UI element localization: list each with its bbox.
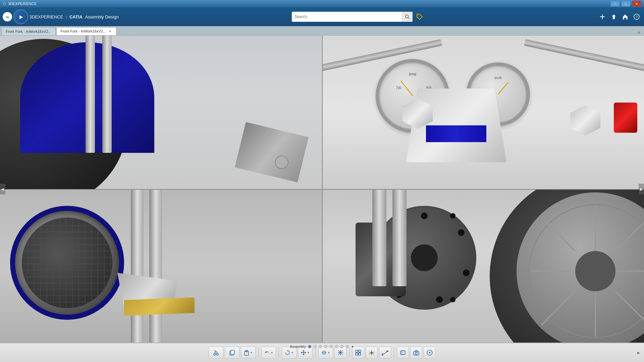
render-button[interactable] [424, 347, 436, 359]
svg-rect-83 [400, 351, 403, 354]
window-controls: ─ □ ✕ [610, 1, 641, 7]
separator-2 [279, 348, 279, 358]
br-fork-tube-1 [372, 189, 386, 286]
search-area [121, 12, 595, 22]
separator-5 [394, 348, 394, 358]
help-button[interactable]: ? [632, 12, 641, 21]
svg-point-56 [323, 352, 325, 353]
svg-marker-54 [305, 352, 306, 354]
camera-button[interactable] [410, 347, 422, 359]
search-button[interactable] [402, 12, 413, 22]
tag-button[interactable] [415, 12, 425, 22]
play-button[interactable] [13, 9, 28, 24]
dot-3[interactable] [319, 345, 322, 348]
undo-icon [264, 350, 270, 356]
axis-icon [368, 349, 375, 356]
tr-handlebar-right [524, 39, 644, 72]
undo-button[interactable]: ▼ [261, 347, 276, 359]
titlebar: ⬡ 3DEXPERIENCE ─ □ ✕ [0, 0, 644, 7]
dot-7[interactable] [340, 345, 343, 348]
tl-compass [275, 156, 288, 169]
search-icon [405, 14, 410, 19]
axis-button[interactable] [366, 347, 378, 359]
cut-button[interactable] [209, 347, 223, 359]
bl-horn [124, 297, 195, 316]
home-button[interactable] [621, 12, 630, 21]
toolbar-nav-right[interactable]: ▶ [636, 347, 641, 358]
search-input[interactable] [292, 14, 402, 19]
svg-point-4 [418, 15, 419, 16]
dots-more-button[interactable]: ▼ [351, 345, 354, 349]
measure-button[interactable] [379, 347, 391, 359]
svg-marker-53 [301, 352, 302, 354]
collapse-right-arrow[interactable]: ▶ [639, 184, 644, 194]
svg-text:?: ? [636, 15, 638, 19]
tab-collapse-button[interactable]: ≡ [635, 30, 643, 35]
viewport-quadrant-bottom-right[interactable] [322, 189, 644, 343]
assembly-text: Assembly [290, 345, 306, 349]
svg-point-79 [382, 354, 383, 355]
svg-point-37 [450, 213, 455, 219]
tab-active-label: Front Fork - InWork16xV2... [61, 29, 106, 33]
svg-text:RPM: RPM [409, 73, 416, 76]
copy-icon [229, 350, 235, 356]
dot-2[interactable] [313, 345, 317, 348]
tab-inactive-label: Front Fork - InWork16xV2... [6, 29, 51, 34]
logo-area: DS 3DEXPERIENCE | CATIA Assembly Design [3, 9, 119, 24]
app-title: 3DEXPERIENCE | CATIA Assembly Design [30, 14, 119, 19]
tab-inactive[interactable]: Front Fork - InWork16xV2... [1, 27, 56, 35]
br-spokes [528, 204, 644, 338]
svg-point-85 [415, 352, 417, 355]
viewport-quadrant-top-right[interactable]: 700 800 RPM km/h [322, 36, 644, 189]
home-icon [622, 13, 629, 20]
brand-label: 3DEXPERIENCE [30, 14, 63, 19]
tab-close-button[interactable]: ✕ [108, 29, 112, 33]
paste-dropdown-arrow: ▼ [250, 351, 253, 354]
dot-1[interactable] [308, 345, 311, 348]
restore-button[interactable]: □ [621, 1, 631, 7]
assembly-label-area: Assembly ▼ [290, 345, 354, 349]
svg-rect-44 [231, 350, 234, 354]
tl-scene [0, 36, 322, 189]
section-button[interactable] [397, 347, 409, 359]
svg-text:km/h: km/h [494, 76, 502, 80]
svg-line-40 [215, 351, 216, 353]
share-icon [610, 13, 617, 20]
svg-point-80 [387, 350, 388, 352]
svg-line-23 [542, 218, 575, 251]
copy-button[interactable] [225, 347, 239, 359]
br-scene [322, 189, 644, 343]
svg-text:DS: DS [6, 16, 9, 18]
svg-rect-70 [356, 353, 358, 355]
collapse-left-arrow[interactable]: ◀ [0, 184, 5, 194]
paste-button[interactable]: ▼ [241, 347, 256, 359]
viewport-quadrant-top-left[interactable] [0, 36, 322, 189]
svg-point-87 [429, 352, 430, 353]
measure-icon [382, 349, 388, 356]
tl-bracket [235, 122, 309, 182]
camera-icon [413, 349, 420, 356]
main-toolbar: DS 3DEXPERIENCE | CATIA Assembly Design [0, 7, 644, 26]
close-button[interactable]: ✕ [632, 1, 641, 7]
dot-6[interactable] [335, 345, 338, 348]
dot-8[interactable] [345, 345, 349, 348]
tag-icon [416, 13, 423, 20]
dot-5[interactable] [329, 345, 333, 348]
paste-icon [244, 350, 250, 356]
svg-line-66 [338, 353, 339, 355]
share-button[interactable] [609, 12, 619, 21]
svg-point-36 [450, 297, 455, 302]
svg-marker-48 [287, 350, 289, 352]
minimize-button[interactable]: ─ [610, 1, 620, 7]
tr-hex-bolt-right [570, 105, 600, 135]
dot-4[interactable] [324, 345, 327, 348]
help-icon: ? [633, 13, 640, 20]
svg-point-38 [214, 353, 216, 355]
tab-active[interactable]: Front Fork - InWork16xV2... ✕ [56, 27, 117, 35]
svg-line-13 [401, 81, 413, 96]
add-button[interactable] [598, 12, 607, 21]
svg-point-39 [216, 353, 218, 355]
viewport-quadrant-bottom-left[interactable] [0, 189, 322, 343]
svg-line-64 [338, 350, 339, 352]
svg-point-32 [436, 296, 443, 303]
